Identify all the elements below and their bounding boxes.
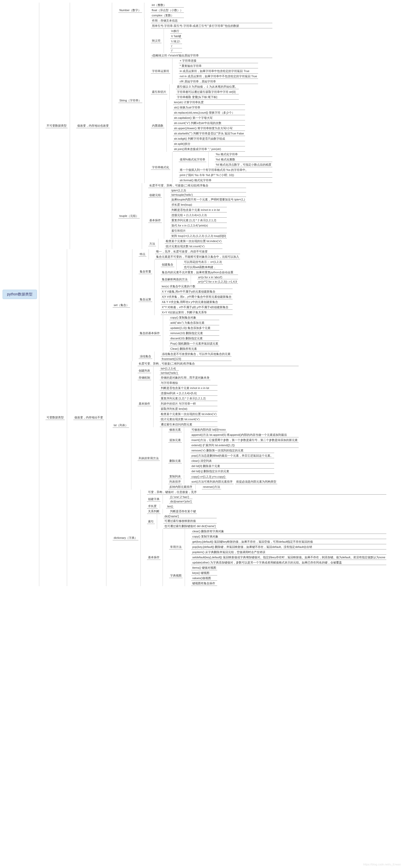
leaf-node: in 成员运算符，如果字符串中包含给定的字符返回 True <box>179 69 258 73</box>
mutable-note: 值改变，内存地址不变 <box>74 415 104 420</box>
dict: dictionary（字典） <box>113 536 138 540</box>
leaf-node: 也可通过索引删除键值对 del dict['name'] <box>163 524 217 529</box>
leaf-node: 获取序列长度 len(lst) <box>160 407 218 411</box>
lm-del: 删除元素 <box>168 459 182 463</box>
list-basic: 基本操作 <box>138 402 151 406</box>
leaf-node: 集合元素是不可变的，不能将可变对象存入集合中，元组可以加入 <box>155 255 240 259</box>
leaf-node: del lst[i:j] 删除指定分片的元素 <box>191 469 274 474</box>
leaf-node: 统计元素出现次数 lst.count('x') <box>160 417 218 422</box>
leaf-node: 检查某个元素第一次出现的位置 lst.index('x') <box>165 239 223 244</box>
leaf-node: str.upper()/lower() 将字符串转变为全大写/小写 <box>173 126 245 131</box>
fmt-n3: str.format() 格式化字符串 <box>179 178 272 183</box>
dict-view: 字典视图 <box>169 574 183 578</box>
fmt-n2: print ("我叫 %s 今年 %d 岁!" % ('小明', 10)) <box>179 173 272 178</box>
dict-idx: 索引 <box>147 519 155 524</box>
leaf-node: get(key,[default]) 返回键key映射的值，如果不存在，返回空值… <box>191 539 386 544</box>
dict-create: 创建字典 <box>147 497 161 502</box>
str-builtin: 内置函数 <box>151 124 165 128</box>
tuple-create: 创建元组 <box>148 193 162 198</box>
leaf-node: X|Y #求并集，用x，y中两个集合中所有元素创建新集合 <box>161 294 233 299</box>
leaf-node: a={x for x in 'abcd'} <box>197 275 238 279</box>
leaf-node: 可以用花括号表示： x={1,2,3} <box>183 260 223 265</box>
leaf-node: str.split()拆分 <box>173 142 245 146</box>
leaf-node: 连接元组 + (1,2,3,4)+(1,2,3) <box>170 213 227 218</box>
dict-basic: 基本操作 <box>147 555 161 560</box>
str-n1: 作用：存储文本信息 <box>151 19 272 23</box>
dict-n1: 可变，异构，键值对，任意嵌套，无序 <box>147 490 386 495</box>
leaf-node: float（浮点型（小数）） <box>151 8 184 13</box>
lm-copy-n: copy() x=[1,2,3] y=x.copy() <box>191 475 226 479</box>
lm-sort: 列表排序 <box>168 479 182 484</box>
root-label: python数据类型 <box>7 292 32 296</box>
leaf-node: 矩阵 toup1=(1,2,3),(1,2,3) (1,2,3) toup[0]… <box>170 234 227 239</box>
leaf-node: clear() 清空列表 <box>191 459 274 463</box>
tuple-method: 方法 <box>148 242 156 246</box>
leaf-node: int（整数） <box>151 3 184 7</box>
list-store: 存储机制 <box>138 375 151 380</box>
immutable-note: 值改变，内存地址也改变 <box>76 124 110 128</box>
leaf-node: \\ 转义\ <box>170 39 182 44</box>
lm-copy: 复制列表 <box>168 474 182 479</box>
leaf-node: str.isdigit() 判断字符串是否只由数字组成 <box>173 136 245 141</box>
leaf-node: pop(key,[default]) 删除键，并返回映射值，如果键不存在，返回d… <box>191 545 386 550</box>
list-create: 创建列表 <box>138 369 151 373</box>
root-node: python数据类型 <box>3 290 37 299</box>
leaf-node: \" <box>170 49 182 53</box>
leaf-node: str() 转换为str字符串 <box>173 105 245 110</box>
dict-methods: 常用方法 <box>169 545 183 550</box>
lm-mod-n: 可修改内部内容 lst[0]=xxxx <box>191 428 227 432</box>
leaf-node: X>Y #比较运算符，判断子集关系等 <box>161 310 233 315</box>
escape: 转义符 <box>151 38 162 43</box>
leaf-node: 可通过索引修改映射的值 <box>163 519 217 523</box>
leaf-node: %s 格式化字符串 <box>215 152 272 157</box>
leaf-node: \n换行 <box>170 29 182 34</box>
leaf-node: 统计元素出现次数 lst.count('x') <box>165 244 223 249</box>
tuple-n1: 长度不可变、异构，可嵌套(二维元组)有序集合 <box>148 183 246 188</box>
leaf-node: Clear() 删除所有元素 <box>169 347 219 351</box>
leaf-node: str.join()用来连接成字符串 ",".join(str) <box>173 147 245 152</box>
leaf-node: del lst[3] 删除某个元素 <box>191 464 274 469</box>
immutable-title: 不可变数据类型 <box>46 124 68 128</box>
leaf-node: items() 键值对视图 <box>191 565 217 570</box>
tuple: touple（元组） <box>118 214 140 218</box>
leaf-node: len(x) 求集合中元素的个数 <box>161 284 233 289</box>
leaf-node: 冻结集合是不可改变的集合，可以作为其他集合的元素 <box>161 352 232 356</box>
leaf-node: frozenset({123} <box>161 357 232 361</box>
lm-sort-n: sort()方法可将列表内部元素排序 <box>191 479 234 484</box>
leaf-node: add("abc") 为集合添加元素 <box>169 321 219 325</box>
leaf-node: str.capitalize() 第一个字母大写 <box>173 116 245 120</box>
leaf-node: 字符串都可以通过索引获取字符串中字符 str[0] <box>176 90 239 94</box>
set-const: 集合常量 <box>139 270 152 274</box>
dict-rel-n: 判断是否存在某个键 <box>169 509 197 514</box>
leaf-node: dict[name='john'] <box>169 499 193 503</box>
leaf-node: remove('x') 删除第一次找到的指定的元素 <box>191 448 274 453</box>
set-basic: 集合的基本操作 <box>139 331 161 336</box>
leaf-node: {1:'one',2:'two'} <box>169 495 193 499</box>
lm-rev-n: reverse()方法 <box>202 485 221 489</box>
list-methods: 列表的常用方法 <box>138 456 160 461</box>
str-op: 字符串运算符 <box>151 69 170 73</box>
set: set（集合） <box>113 303 130 308</box>
leaf-node: X-Y #差集,用x中不属于y的元素创建新集合 <box>161 289 233 294</box>
leaf-node: len(str) 计算字符串长度 <box>173 100 245 105</box>
set-feature: 特点 <box>139 252 146 257</box>
dict-len-n: len() <box>166 504 174 508</box>
leaf-node: lst=[1,2,3,4] <box>160 367 179 371</box>
str-n2: 用单引号-字符串-双引号-字符串-或者三引号'''多行字符串'''包住的数据 <box>151 24 272 28</box>
leaf-node: X^Y 对称差，x中不属于y的,y中不属于x的创建新集合 <box>161 305 233 310</box>
leaf-node: values()值视图 <box>191 576 217 581</box>
leaf-node: %d 格式化整数 <box>215 157 272 162</box>
leaf-node: 索引值以 0 为开始值，-1 为从末尾的开始位置。 <box>176 85 239 89</box>
leaf-node: str.startwith("") 判断字符串是否以""开头 返回True Fa… <box>173 131 245 136</box>
list-n1: 长度可变、异构，可嵌套(二维列表)有序集合 <box>138 362 299 366</box>
leaf-node: 连接list列表 + [1,2,3,4]+[5,6] <box>160 391 218 396</box>
leaf-node: 通过索引来访问内部元素 <box>160 422 218 427</box>
dict-rel: 关系判断 <box>147 509 161 514</box>
leaf-node: * 重复输出字符串 <box>179 64 258 68</box>
leaf-node: str.count("x") 判断x在str中出现的次数 <box>173 121 245 126</box>
fmt-use: 使用%格式化字符串 <box>179 157 206 162</box>
leaf-node: keys() 键视图 <box>191 571 217 576</box>
leaf-node: pop()方法总是删掉list的最后一个元素，并且它还返回这个元素。 <box>191 454 274 458</box>
str-slice: 索引和切片 <box>151 90 167 94</box>
leaf-node: remove(10) 删除指定元素 <box>169 331 219 336</box>
